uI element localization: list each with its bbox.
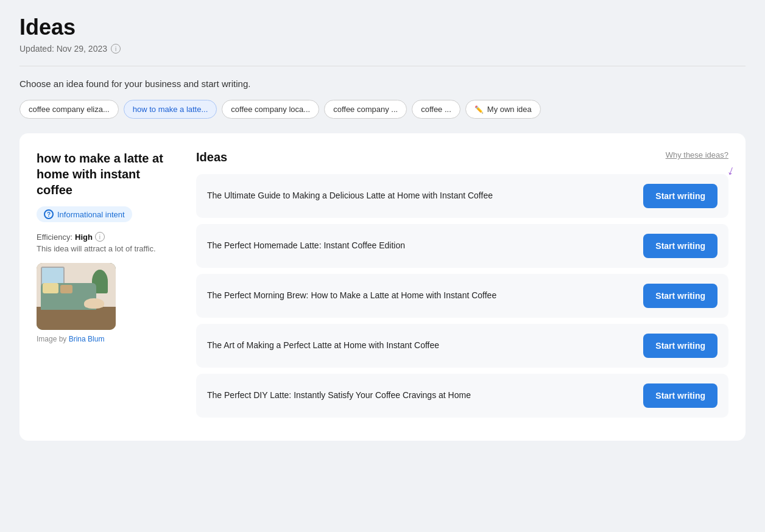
tab-latte[interactable]: how to make a latte... [124, 100, 217, 119]
image-credit-link[interactable]: Brina Blum [69, 335, 105, 343]
info-icon[interactable]: i [111, 44, 121, 54]
idea-row: The Art of Making a Perfect Latte at Hom… [196, 324, 728, 368]
left-panel: how to make a latte at home with instant… [37, 150, 177, 424]
intent-badge: ? Informational intent [37, 206, 132, 222]
thumbnail-image [37, 263, 116, 330]
start-writing-button-3[interactable]: Start writing [643, 284, 717, 308]
efficiency-info-icon[interactable]: i [95, 232, 105, 242]
efficiency-value: High [75, 233, 93, 242]
tab-company[interactable]: coffee company ... [324, 100, 407, 119]
efficiency-row: Efficiency: High i [37, 232, 177, 242]
start-writing-button-5[interactable]: Start writing [643, 383, 717, 408]
updated-row: Updated: Nov 29, 2023 i [19, 44, 746, 66]
tab-loca[interactable]: coffee company loca... [222, 100, 319, 119]
image-credit: Image by Brina Blum [37, 335, 177, 343]
updated-label: Updated: Nov 29, 2023 [19, 44, 107, 54]
tab-eliza[interactable]: coffee company eliza... [19, 100, 119, 119]
idea-text-5: The Perfect DIY Latte: Instantly Satisfy… [207, 390, 636, 402]
efficiency-desc: This idea will attract a lot of traffic. [37, 244, 177, 253]
idea-text-4: The Art of Making a Perfect Latte at Hom… [207, 340, 636, 352]
page-title: Ideas [19, 15, 746, 40]
idea-row: The Perfect Homemade Latte: Instant Coff… [196, 224, 728, 268]
main-card: how to make a latte at home with instant… [19, 133, 746, 441]
subtitle: Choose an idea found for your business a… [19, 79, 746, 89]
start-writing-button-2[interactable]: Start writing [643, 234, 717, 258]
tabs-row: coffee company eliza... how to make a la… [19, 100, 746, 119]
idea-text-3: The Perfect Morning Brew: How to Make a … [207, 290, 636, 302]
arrow-decoration: ↓ [725, 162, 737, 179]
idea-text-2: The Perfect Homemade Latte: Instant Coff… [207, 240, 636, 252]
intent-badge-icon: ? [44, 209, 54, 219]
idea-text-1: The Ultimate Guide to Making a Delicious… [207, 190, 636, 202]
start-writing-button-4[interactable]: Start writing [643, 334, 717, 358]
right-panel-title: Ideas [196, 150, 227, 164]
image-credit-text: Image by [37, 335, 69, 343]
intent-badge-label: Informational intent [57, 210, 125, 219]
idea-row: The Ultimate Guide to Making a Delicious… [196, 174, 728, 218]
keyword-title: how to make a latte at home with instant… [37, 150, 177, 198]
tab-coffee[interactable]: coffee ... [412, 100, 460, 119]
idea-row: The Perfect DIY Latte: Instantly Satisfy… [196, 374, 728, 418]
why-these-ideas-link[interactable]: Why these ideas? [666, 150, 728, 159]
pencil-icon: ✏️ [474, 105, 484, 114]
start-writing-button-1[interactable]: Start writing [643, 184, 717, 208]
right-header: Ideas Why these ideas? ↓ [196, 150, 728, 164]
right-panel: Ideas Why these ideas? ↓ The Ultimate Gu… [196, 150, 728, 424]
tab-own[interactable]: ✏️ My own idea [465, 100, 541, 119]
idea-row: The Perfect Morning Brew: How to Make a … [196, 274, 728, 318]
efficiency-label: Efficiency: [37, 233, 72, 242]
